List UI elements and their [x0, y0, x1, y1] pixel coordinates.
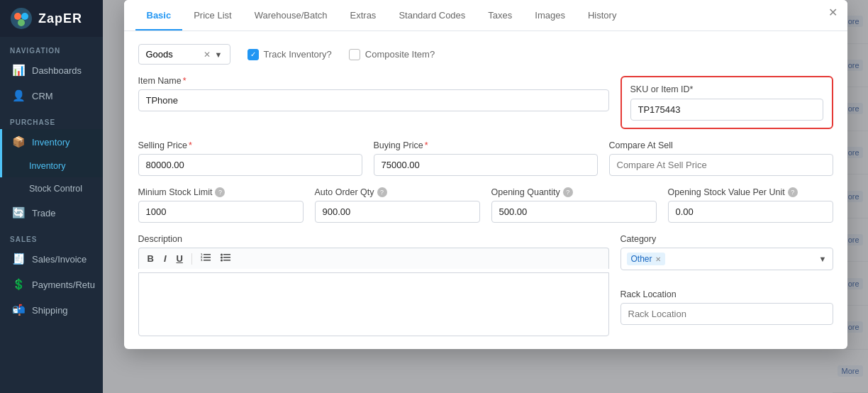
sidebar-item-label: CRM: [32, 91, 53, 101]
sku-label: SKU or Item ID*: [630, 84, 823, 94]
sidebar-item-label: Payments/Retu: [32, 279, 95, 290]
description-area: Description B I U 1.: [138, 234, 609, 336]
track-inventory-checkbox[interactable]: ✓: [247, 49, 259, 60]
composite-item-label: Composite Item?: [365, 49, 435, 60]
selling-price-label: Selling Price*: [138, 140, 362, 150]
min-stock-input[interactable]: [138, 201, 304, 223]
sidebar-item-label: Dashboards: [32, 65, 82, 76]
sidebar-item-trade[interactable]: 🔄 Trade: [0, 200, 103, 226]
buying-price-label: Buying Price*: [374, 140, 598, 150]
tab-basic[interactable]: Basic: [135, 0, 183, 31]
opening-qty-label: Opening Quantity ?: [491, 187, 657, 197]
sidebar-item-inventory-sub[interactable]: Inventory: [0, 155, 103, 177]
rack-location-input[interactable]: [621, 303, 833, 325]
tab-history[interactable]: History: [577, 0, 628, 31]
stock-row: Minium Stock Limit ? Auto Order Qty ?: [138, 187, 833, 223]
auto-order-qty-group: Auto Order Qty ?: [315, 187, 480, 223]
sidebar-item-dashboards[interactable]: 📊 Dashboards: [0, 57, 103, 83]
logo-text: ZapER: [38, 11, 82, 26]
rack-location-group: Rack Location: [621, 289, 833, 336]
sidebar: ZapER NAVIGATION 📊 Dashboards 👤 CRM PURC…: [0, 0, 103, 393]
sidebar-item-shipping[interactable]: 📬 Shipping: [0, 297, 103, 323]
min-stock-label: Minium Stock Limit ?: [138, 187, 304, 197]
modal-close-button[interactable]: ✕: [828, 7, 838, 18]
modal-overlay: Basic Price List Warehouse/Batch Extras …: [103, 0, 868, 393]
ordered-list-icon: 1. 2. 3.: [201, 253, 211, 262]
compare-at-sell-label: Compare At Sell: [609, 140, 833, 150]
sidebar-item-label: Trade: [32, 208, 55, 218]
category-select[interactable]: Other ✕ ▼: [621, 248, 833, 270]
sidebar-item-inventory[interactable]: 📦 Inventory: [0, 129, 103, 155]
svg-point-2: [21, 13, 28, 20]
shipping-icon: 📬: [12, 304, 25, 316]
tab-price-list[interactable]: Price List: [182, 0, 243, 31]
modal-header: Basic Price List Warehouse/Batch Extras …: [124, 0, 847, 31]
buying-price-input[interactable]: [374, 154, 598, 176]
category-remove-button[interactable]: ✕: [655, 255, 661, 263]
sku-input[interactable]: [630, 99, 823, 121]
sales-icon: 🧾: [12, 253, 25, 265]
unordered-list-button[interactable]: [218, 252, 233, 265]
italic-button[interactable]: I: [161, 252, 169, 265]
item-name-input[interactable]: [138, 89, 609, 111]
opening-stock-value-input[interactable]: [668, 201, 833, 223]
opening-stock-value-group: Opening Stock Value Per Unit ?: [668, 187, 833, 223]
sidebar-item-sales-invoice[interactable]: 🧾 Sales/Invoice: [0, 246, 103, 272]
selling-price-input[interactable]: [138, 154, 362, 176]
type-select[interactable]: Goods ✕ ▼: [138, 44, 230, 65]
tab-warehouse-batch[interactable]: Warehouse/Batch: [243, 0, 339, 31]
inventory-icon: 📦: [12, 135, 25, 148]
type-value: Goods: [146, 49, 199, 60]
compare-at-sell-input[interactable]: [609, 154, 833, 176]
bold-button[interactable]: B: [145, 252, 157, 265]
ordered-list-button[interactable]: 1. 2. 3.: [198, 252, 213, 265]
description-label: Description: [138, 234, 609, 244]
category-tag-value: Other: [631, 254, 652, 264]
sidebar-sub-label: Stock Control: [29, 184, 82, 194]
opening-qty-group: Opening Quantity ?: [491, 187, 657, 223]
toolbar-divider: [191, 253, 192, 265]
sidebar-item-stock-control[interactable]: Stock Control: [0, 177, 103, 200]
min-stock-group: Minium Stock Limit ?: [138, 187, 304, 223]
tab-images[interactable]: Images: [523, 0, 577, 31]
category-dropdown-arrow: ▼: [819, 255, 827, 263]
tab-taxes[interactable]: Taxes: [477, 0, 523, 31]
auto-order-help-icon[interactable]: ?: [377, 187, 387, 197]
underline-button[interactable]: U: [174, 252, 186, 265]
sidebar-sub-label: Inventory: [29, 161, 65, 171]
composite-item-checkbox[interactable]: [349, 49, 360, 60]
type-clear-button[interactable]: ✕: [204, 50, 211, 60]
rich-text-toolbar: B I U 1. 2. 3.: [138, 248, 609, 269]
opening-qty-input[interactable]: [491, 201, 657, 223]
svg-point-13: [221, 254, 223, 256]
opening-qty-help-icon[interactable]: ?: [563, 187, 573, 197]
min-stock-help-icon[interactable]: ?: [215, 187, 225, 197]
track-inventory-label: Track Inventory?: [264, 49, 332, 60]
tab-extras[interactable]: Extras: [339, 0, 388, 31]
sales-section-label: SALES: [0, 226, 103, 246]
svg-point-1: [14, 13, 21, 20]
item-name-group: Item Name*: [138, 76, 609, 111]
compare-at-sell-group: Compare At Sell: [609, 140, 833, 176]
svg-text:3.: 3.: [201, 258, 203, 262]
svg-point-14: [221, 257, 223, 259]
sidebar-item-crm[interactable]: 👤 CRM: [0, 83, 103, 109]
dashboard-icon: 📊: [12, 64, 25, 77]
svg-rect-5: [204, 257, 211, 258]
auto-order-qty-input[interactable]: [315, 201, 480, 223]
tab-standard-codes[interactable]: Standard Codes: [387, 0, 477, 31]
purchase-section-label: PURCHASE: [0, 109, 103, 129]
prices-row: Selling Price* Buying Price* Compare At …: [138, 140, 833, 176]
nav-section-label: NAVIGATION: [0, 37, 103, 57]
type-dropdown-arrow: ▼: [215, 50, 223, 59]
opening-stock-help-icon[interactable]: ?: [788, 187, 798, 197]
crm-icon: 👤: [12, 89, 25, 102]
payments-icon: 💲: [12, 278, 25, 291]
sidebar-item-payments[interactable]: 💲 Payments/Retu: [0, 272, 103, 297]
sidebar-item-label: Inventory: [32, 137, 69, 148]
description-editor[interactable]: [138, 272, 609, 336]
main-content: More More More More More More More More …: [103, 0, 868, 393]
svg-rect-12: [223, 260, 230, 261]
logo-area: ZapER: [0, 0, 103, 37]
category-tag: Other ✕: [627, 253, 665, 265]
